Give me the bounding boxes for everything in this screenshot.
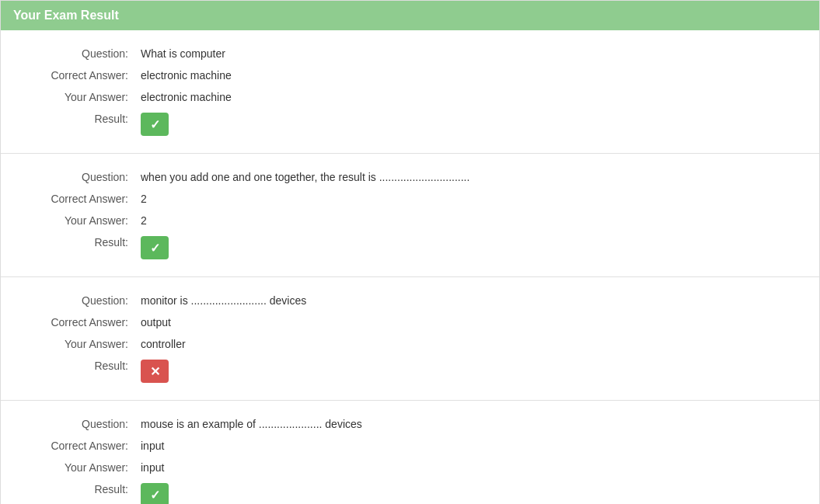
result-value-3 <box>141 360 804 383</box>
exam-result-header: Your Exam Result <box>1 1 819 30</box>
your-answer-text-2: 2 <box>141 214 804 227</box>
correct-label-4: Correct Answer: <box>16 440 141 452</box>
correct-answer-text-3: output <box>141 316 804 328</box>
result-label-4: Result: <box>16 483 141 504</box>
result-button-1 <box>141 113 169 136</box>
result-label-2: Result: <box>16 236 141 259</box>
correct-label-1: Correct Answer: <box>16 69 141 82</box>
your-answer-row-2: Your Answer: 2 <box>1 210 819 231</box>
correct-answer-text-4: input <box>141 440 804 452</box>
question-label-2: Question: <box>16 171 141 183</box>
question-text-3: monitor is ......................... dev… <box>141 294 804 307</box>
question-label-4: Question: <box>16 418 141 430</box>
question-text-1: What is computer <box>141 47 804 60</box>
your-label-1: Your Answer: <box>16 91 141 103</box>
result-value-4 <box>141 483 804 504</box>
check-icon-2 <box>150 241 160 255</box>
question-row-1: Question: What is computer <box>1 43 819 64</box>
question-row-4: Question: mouse is an example of .......… <box>1 413 819 435</box>
your-answer-row-3: Your Answer: controller <box>1 333 819 355</box>
your-answer-row-1: Your Answer: electronic machine <box>1 86 819 108</box>
check-icon-4 <box>150 488 160 502</box>
your-answer-row-4: Your Answer: input <box>1 457 819 478</box>
correct-answer-text-2: 2 <box>141 193 804 205</box>
correct-label-3: Correct Answer: <box>16 316 141 328</box>
question-row-3: Question: monitor is ...................… <box>1 290 819 311</box>
questions-container: Question: What is computer Correct Answe… <box>1 30 819 504</box>
correct-answer-text-1: electronic machine <box>141 69 804 82</box>
question-row-2: Question: when you add one and one toget… <box>1 166 819 188</box>
result-row-2: Result: <box>1 231 819 264</box>
result-row-3: Result: <box>1 355 819 388</box>
question-label-3: Question: <box>16 294 141 307</box>
result-label-3: Result: <box>16 360 141 383</box>
result-row-4: Result: <box>1 478 819 504</box>
question-block-2: Question: when you add one and one toget… <box>1 154 819 277</box>
correct-label-2: Correct Answer: <box>16 193 141 205</box>
your-label-2: Your Answer: <box>16 214 141 227</box>
check-icon-1 <box>150 117 160 132</box>
question-text-4: mouse is an example of .................… <box>141 418 804 430</box>
your-answer-text-3: controller <box>141 338 804 350</box>
question-text-2: when you add one and one together, the r… <box>141 171 804 183</box>
result-label-1: Result: <box>16 113 141 136</box>
question-block-3: Question: monitor is ...................… <box>1 277 819 401</box>
question-label-1: Question: <box>16 47 141 60</box>
result-value-2 <box>141 236 804 259</box>
your-label-3: Your Answer: <box>16 338 141 350</box>
header-title: Your Exam Result <box>13 9 119 22</box>
correct-answer-row-4: Correct Answer: input <box>1 435 819 457</box>
question-block-4: Question: mouse is an example of .......… <box>1 401 819 504</box>
correct-answer-row-3: Correct Answer: output <box>1 311 819 333</box>
your-answer-text-1: electronic machine <box>141 91 804 103</box>
result-row-1: Result: <box>1 108 819 141</box>
result-button-4 <box>141 483 169 504</box>
correct-answer-row-2: Correct Answer: 2 <box>1 188 819 210</box>
question-block-1: Question: What is computer Correct Answe… <box>1 30 819 154</box>
result-button-3 <box>141 360 169 383</box>
your-answer-text-4: input <box>141 461 804 474</box>
result-value-1 <box>141 113 804 136</box>
your-label-4: Your Answer: <box>16 461 141 474</box>
cross-icon-3 <box>150 364 160 379</box>
correct-answer-row-1: Correct Answer: electronic machine <box>1 64 819 86</box>
page-container: Your Exam Result Question: What is compu… <box>0 0 820 504</box>
result-button-2 <box>141 236 169 259</box>
